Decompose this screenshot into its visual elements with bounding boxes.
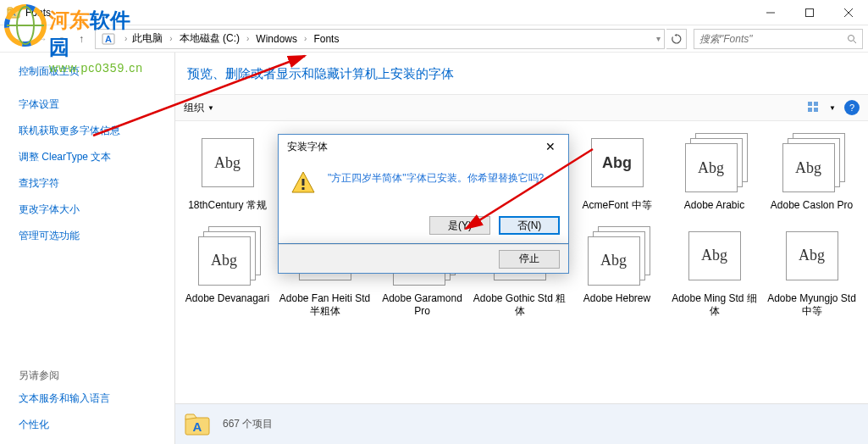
see-also-link[interactable]: 个性化 xyxy=(19,418,174,432)
font-tile[interactable]: AbgAdobe Devanagari xyxy=(179,221,276,327)
sidebar: 控制面板主页 字体设置 联机获取更多字体信息 调整 ClearType 文本 查… xyxy=(0,53,174,444)
svg-text:A: A xyxy=(105,34,112,44)
close-button[interactable] xyxy=(829,0,868,25)
font-name: Adobe Fan Heiti Std 半粗体 xyxy=(278,292,372,319)
svg-rect-14 xyxy=(808,102,812,106)
chevron-right-icon: › xyxy=(169,34,172,43)
font-tile[interactable]: AbgAdobe Hebrew xyxy=(568,221,666,327)
minimize-button[interactable] xyxy=(751,0,790,25)
help-button[interactable]: ? xyxy=(844,100,860,115)
sidebar-home-link[interactable]: 控制面板主页 xyxy=(19,64,174,79)
toolbar: 组织 ▼ ▼ ? xyxy=(175,94,868,121)
font-name: Adobe Ming Std 细体 xyxy=(667,292,761,319)
svg-text:A: A xyxy=(11,10,16,18)
breadcrumb-dropdown[interactable]: ▾ xyxy=(656,34,661,43)
breadcrumb-item[interactable]: Fonts xyxy=(312,31,340,47)
dialog-title: 安装字体 xyxy=(287,140,328,154)
breadcrumb-bar[interactable]: A › 此电脑 › 本地磁盘 (C:) › Windows › Fonts ▾ xyxy=(95,29,665,49)
dialog-message: "方正四岁半简体"字体已安装。你希望替换它吗? xyxy=(328,170,544,196)
nav-history-dropdown[interactable]: ▾ xyxy=(56,29,68,49)
status-bar: A 667 个项目 xyxy=(175,403,868,444)
font-tile[interactable]: AbgAdobe Caslon Pro xyxy=(763,128,860,221)
search-icon[interactable] xyxy=(842,34,862,44)
chevron-right-icon: › xyxy=(246,34,249,43)
nav-back-button[interactable]: ← xyxy=(5,29,29,49)
search-box[interactable] xyxy=(694,29,863,49)
font-name: Adobe Caslon Pro xyxy=(771,199,853,213)
sidebar-link[interactable]: 查找字符 xyxy=(19,176,174,191)
svg-rect-7 xyxy=(806,8,814,16)
breadcrumb-item[interactable]: Windows xyxy=(254,31,299,47)
breadcrumb-item[interactable]: 本地磁盘 (C:) xyxy=(178,30,241,47)
organize-button[interactable]: 组织 ▼ xyxy=(184,101,214,115)
dialog-stop-button[interactable]: 停止 xyxy=(499,250,560,269)
font-name: Adobe Devanagari xyxy=(185,292,269,306)
nav-up-button[interactable]: ↑ xyxy=(69,29,93,49)
font-tile[interactable]: Abg18thCentury 常规 xyxy=(179,128,276,221)
folder-icon: A xyxy=(7,6,20,19)
svg-rect-15 xyxy=(814,102,818,106)
font-name: Adobe Gothic Std 粗体 xyxy=(473,292,567,319)
font-name: Adobe Garamond Pro xyxy=(375,292,469,319)
refresh-button[interactable] xyxy=(666,29,687,49)
svg-text:A: A xyxy=(193,419,202,434)
organize-label: 组织 xyxy=(184,101,204,115)
font-name: Adobe Hebrew xyxy=(583,292,650,306)
font-tile[interactable]: AbgAdobe Ming Std 细体 xyxy=(666,221,763,327)
warning-icon xyxy=(290,170,316,196)
font-thumbnail: Abg xyxy=(779,133,845,192)
font-name: AcmeFont 中等 xyxy=(582,199,651,213)
chevron-right-icon: › xyxy=(124,34,127,43)
see-also-link[interactable]: 文本服务和输入语言 xyxy=(19,391,174,406)
sidebar-link[interactable]: 联机获取更多字体信息 xyxy=(19,124,174,138)
see-also-header: 另请参阅 xyxy=(19,369,174,383)
svg-line-13 xyxy=(854,41,856,43)
font-name: Adobe Myungjo Std 中等 xyxy=(765,292,859,319)
search-input[interactable] xyxy=(694,33,842,45)
install-font-dialog: 安装字体 ✕ "方正四岁半简体"字体已安装。你希望替换它吗? 是(Y) 否(N)… xyxy=(278,134,569,274)
svg-rect-20 xyxy=(302,179,305,186)
font-thumbnail: Abg xyxy=(195,133,261,192)
chevron-down-icon[interactable]: ▼ xyxy=(829,104,836,112)
nav-forward-button[interactable]: → xyxy=(30,29,54,49)
sidebar-link[interactable]: 更改字体大小 xyxy=(19,203,174,217)
font-thumbnail: Abg xyxy=(682,226,748,286)
sidebar-link[interactable]: 调整 ClearType 文本 xyxy=(19,150,174,164)
font-name: Adobe Arabic xyxy=(684,199,744,213)
status-count: 667 个项目 xyxy=(223,417,273,431)
window-titlebar: A Fonts xyxy=(0,0,868,25)
svg-rect-16 xyxy=(808,108,812,112)
svg-rect-17 xyxy=(814,108,818,112)
font-thumbnail: Abg xyxy=(584,226,650,286)
address-bar: ← → ▾ ↑ A › 此电脑 › 本地磁盘 (C:) › Windows › … xyxy=(0,25,868,53)
dialog-yes-button[interactable]: 是(Y) xyxy=(429,216,490,235)
font-tile[interactable]: AbgAdobe Myungjo Std 中等 xyxy=(763,221,860,327)
font-tile[interactable]: AbgAcmeFont 中等 xyxy=(568,128,666,221)
sidebar-link[interactable]: 管理可选功能 xyxy=(19,229,174,243)
sidebar-link[interactable]: 字体设置 xyxy=(19,97,174,112)
font-thumbnail: Abg xyxy=(195,226,261,286)
font-thumbnail: Abg xyxy=(584,133,650,192)
fonts-folder-large-icon: A xyxy=(184,411,211,438)
fonts-folder-icon: A xyxy=(101,31,116,47)
breadcrumb-item[interactable]: 此电脑 xyxy=(130,30,164,47)
font-thumbnail: Abg xyxy=(682,133,748,192)
dialog-close-button[interactable]: ✕ xyxy=(538,137,563,156)
page-title: 预览、删除或者显示和隐藏计算机上安装的字体 xyxy=(187,66,868,82)
maximize-button[interactable] xyxy=(790,0,829,25)
svg-rect-21 xyxy=(302,187,305,190)
font-thumbnail: Abg xyxy=(779,226,845,286)
svg-point-12 xyxy=(849,35,854,41)
dialog-no-button[interactable]: 否(N) xyxy=(499,216,560,235)
chevron-down-icon: ▼ xyxy=(207,104,214,112)
window-title: Fonts xyxy=(25,7,751,19)
view-options-button[interactable] xyxy=(807,101,821,114)
chevron-right-icon: › xyxy=(304,34,307,43)
font-tile[interactable]: AbgAdobe Arabic xyxy=(666,128,763,221)
font-name: 18thCentury 常规 xyxy=(188,199,267,213)
